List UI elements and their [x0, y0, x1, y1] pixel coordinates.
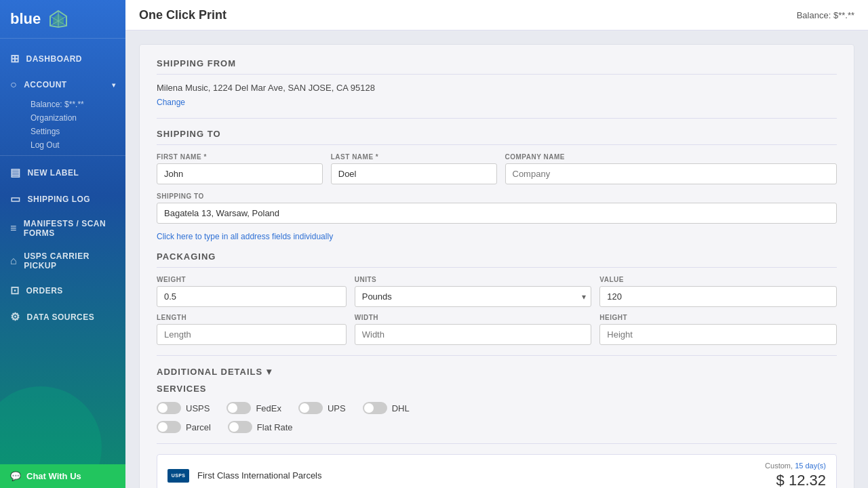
rate-meta-text-0: Custom,: [765, 462, 793, 470]
sidebar-item-label: Account: [24, 80, 67, 89]
packaging-dimensions-row: LENGTH WIDTH HEIGHT: [157, 314, 837, 345]
additional-details-toggle[interactable]: ADDITIONAL DETAILS ▾: [157, 366, 837, 377]
sidebar-item-account[interactable]: ○ Account ▾: [0, 72, 125, 98]
balance-value: $**.**: [833, 10, 854, 20]
width-group: WIDTH: [355, 314, 592, 345]
sidebar-item-label: Manifests / Scan Forms: [24, 219, 115, 238]
brand-icon: [47, 8, 69, 30]
content-area: SHIPPING FROM Milena Music, 1224 Del Mar…: [125, 30, 868, 488]
sidebar-item-label: Shipping Log: [28, 195, 91, 204]
shipping-from-title: SHIPPING FROM: [157, 58, 837, 75]
sidebar-item-label: Orders: [26, 286, 63, 296]
sidebar-item-shipping-log[interactable]: ▭ Shipping Log: [0, 186, 125, 212]
parcel-label: Parcel: [186, 422, 211, 432]
usps-carrier-icon-0: USPS: [167, 469, 189, 483]
height-input[interactable]: [599, 324, 837, 345]
shipping-log-icon: ▭: [10, 192, 21, 205]
first-name-group: FIRST NAME *: [157, 153, 323, 184]
chat-icon: 💬: [10, 471, 21, 481]
dhl-label: DHL: [392, 403, 410, 413]
rate-price-0: $ 12.32: [765, 472, 826, 488]
rate-card-0[interactable]: USPS First Class International Parcels C…: [157, 454, 837, 488]
company-group: COMPANY NAME: [505, 153, 837, 184]
page-title: One Click Print: [139, 8, 226, 22]
width-input[interactable]: [355, 324, 592, 345]
length-group: LENGTH: [157, 314, 347, 345]
dashboard-icon: ⊞: [10, 52, 20, 65]
last-name-label: LAST NAME *: [331, 153, 497, 161]
first-name-input[interactable]: [157, 163, 323, 184]
sidebar-item-manifests[interactable]: ≡ Manifests / Scan Forms: [0, 212, 125, 245]
individual-fields-link[interactable]: Click here to type in all address fields…: [157, 232, 837, 241]
new-label-icon: ▤: [10, 166, 21, 179]
units-select[interactable]: Pounds Ounces Kilograms Grams: [355, 286, 592, 307]
width-label: WIDTH: [355, 314, 592, 321]
services-row-2: Parcel Flat Rate: [157, 421, 837, 433]
packaging-top-row: WEIGHT UNITS Pounds Ounces Kilograms Gra…: [157, 276, 837, 307]
value-group: VALUE: [599, 276, 837, 307]
sidebar-sub-settings[interactable]: Settings: [0, 125, 125, 138]
sidebar-logo: blue: [0, 0, 125, 39]
sidebar-item-label: New Label: [28, 168, 79, 178]
service-parcel: Parcel: [157, 421, 211, 433]
company-label: COMPANY NAME: [505, 153, 837, 161]
units-group: UNITS Pounds Ounces Kilograms Grams ▾: [355, 276, 592, 307]
chat-label: Chat With Us: [26, 471, 81, 481]
packaging-title: PACKAGING: [157, 251, 837, 268]
rate-meta-0: Custom, 15 day(s): [765, 462, 826, 470]
expand-icon: ▾: [112, 81, 116, 89]
dhl-toggle[interactable]: [363, 402, 387, 414]
main-content: One Click Print Balance: $**.** SHIPPING…: [125, 0, 868, 488]
shipping-to-address-group: SHIPPING TO: [157, 192, 837, 228]
flat-rate-label: Flat Rate: [257, 422, 293, 432]
first-name-label: FIRST NAME *: [157, 153, 323, 161]
ups-label: UPS: [328, 403, 346, 413]
balance-label: Balance: $**.**: [31, 100, 84, 109]
chat-button[interactable]: 💬 Chat With Us: [0, 464, 125, 488]
sidebar-item-dashboard[interactable]: ⊞ Dashboard: [0, 45, 125, 72]
rate-name-0: First Class International Parcels: [197, 470, 322, 481]
fedex-label: FedEx: [256, 403, 281, 413]
usps-pickup-icon: ⌂: [10, 255, 17, 267]
organization-label: Organization: [31, 113, 77, 123]
sidebar: blue ⊞ Dashboard ○ Account ▾ Balance: $*…: [0, 0, 125, 488]
sidebar-sub-logout[interactable]: Log Out: [0, 138, 125, 152]
usps-toggle[interactable]: [157, 402, 181, 414]
name-row: FIRST NAME * LAST NAME * COMPANY NAME: [157, 153, 837, 184]
chevron-down-icon: ▾: [267, 366, 272, 377]
sidebar-navigation: ⊞ Dashboard ○ Account ▾ Balance: $**.** …: [0, 39, 125, 337]
rate-delivery-link-0[interactable]: 15 day(s): [795, 462, 826, 470]
settings-label: Settings: [31, 127, 60, 136]
parcel-toggle[interactable]: [157, 421, 181, 433]
flat-rate-toggle[interactable]: [228, 421, 252, 433]
weight-input[interactable]: [157, 286, 347, 307]
sidebar-item-label: Data Sources: [27, 312, 95, 322]
rate-right-0: Custom, 15 day(s) $ 12.32: [765, 462, 826, 488]
data-sources-icon: ⚙: [10, 310, 20, 323]
shipping-to-address-input[interactable]: [157, 203, 837, 224]
sidebar-sub-organization[interactable]: Organization: [0, 111, 125, 125]
weight-label: WEIGHT: [157, 276, 347, 283]
height-group: HEIGHT: [599, 314, 837, 345]
value-input[interactable]: [599, 286, 837, 307]
shipping-to-title: SHIPPING TO: [157, 129, 837, 145]
height-label: HEIGHT: [599, 314, 837, 321]
weight-group: WEIGHT: [157, 276, 347, 307]
length-input[interactable]: [157, 324, 347, 345]
ups-toggle[interactable]: [298, 402, 323, 414]
sidebar-item-orders[interactable]: ⊡ Orders: [0, 277, 125, 304]
service-ups: UPS: [298, 402, 346, 414]
change-address-link[interactable]: Change: [157, 98, 185, 107]
last-name-input[interactable]: [331, 163, 497, 184]
sidebar-item-usps-pickup[interactable]: ⌂ USPS Carrier Pickup: [0, 245, 125, 277]
shipping-form-card: SHIPPING FROM Milena Music, 1224 Del Mar…: [139, 44, 854, 488]
company-input[interactable]: [505, 163, 837, 184]
services-title: SERVICES: [157, 384, 837, 394]
logout-label: Log Out: [31, 140, 60, 150]
sidebar-item-new-label[interactable]: ▤ New Label: [0, 159, 125, 186]
units-select-wrapper: Pounds Ounces Kilograms Grams ▾: [355, 286, 592, 307]
sidebar-item-label: USPS Carrier Pickup: [24, 251, 115, 270]
length-label: LENGTH: [157, 314, 347, 321]
fedex-toggle[interactable]: [226, 402, 251, 414]
sidebar-item-data-sources[interactable]: ⚙ Data Sources: [0, 304, 125, 330]
